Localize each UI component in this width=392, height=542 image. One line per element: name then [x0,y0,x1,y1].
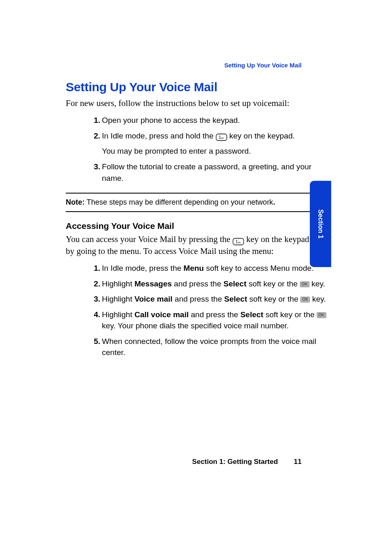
svg-text:∞: ∞ [221,136,224,140]
list-item: 1. Open your phone to access the keypad. [90,115,326,126]
step-text: soft key to access Menu mode. [204,264,314,272]
bold-select: Select [224,295,247,303]
intro2-text-a: You can access your Voice Mail by pressi… [66,234,233,244]
step-number: 3. [90,161,100,173]
section-side-tab: Section 1 [310,181,331,267]
list-item: 1. In Idle mode, press the Menu soft key… [90,263,326,274]
step-text: soft key or the [247,295,301,303]
step-subtext: You may be prompted to enter a password. [102,145,326,157]
step-number: 2. [90,278,100,290]
step-text: Highlight [102,279,134,288]
list-item: 5. When connected, follow the voice prom… [90,336,326,358]
manual-page: Setting Up Your Voice Mail Setting Up Yo… [0,0,392,542]
heading-accessing-voice-mail: Accessing Your Voice Mail [66,221,326,231]
heading-setting-up-voice-mail: Setting Up Your Voice Mail [66,80,326,94]
list-item: 4. Highlight Call voice mail and press t… [90,309,326,332]
ok-key-icon: OK [300,281,309,287]
one-key-icon: 1∞ [233,237,244,244]
bold-call-voice-mail: Call voice mail [134,310,189,319]
step-number: 5. [90,336,100,347]
steps-list-1: 1. Open your phone to access the keypad.… [66,115,326,184]
intro-paragraph-1: For new users, follow the instructions b… [66,97,326,109]
step-text: key on the keypad. [229,131,295,140]
step-text: soft key or the [263,310,317,319]
list-item: 3. Follow the tutorial to create a passw… [90,161,326,184]
list-item: 3. Highlight Voice mail and press the Se… [90,293,326,305]
step-text: key. [309,279,325,288]
svg-text:∞: ∞ [238,240,240,244]
running-header: Setting Up Your Voice Mail [224,62,302,69]
list-item: 2. Highlight Messages and press the Sele… [90,278,326,290]
step-text: and press the [189,310,240,319]
step-text: When connected, follow the voice prompts… [102,337,316,357]
step-text: and press the [172,279,224,288]
step-text: and press the [173,295,224,303]
step-text: In Idle mode, press and hold the [102,131,216,140]
step-text: key. Your phone dials the specified voic… [102,321,289,330]
bold-messages: Messages [134,279,172,288]
one-key-icon: 1∞ [216,133,227,140]
step-text: Follow the tutorial to create a password… [102,162,311,182]
step-text: Highlight [102,295,134,303]
note-text: These steps may be different depending o… [85,198,273,206]
step-number: 3. [90,293,100,305]
intro-paragraph-2: You can access your Voice Mail by pressi… [66,233,326,257]
steps-list-2: 1. In Idle mode, press the Menu soft key… [66,263,326,358]
page-footer: Section 1: Getting Started 11 [192,458,302,466]
step-text: Open your phone to access the keypad. [102,116,240,125]
footer-section-label: Section 1: Getting Started [192,458,278,466]
step-number: 1. [90,263,100,274]
bold-menu: Menu [184,264,204,272]
ok-key-icon: OK [300,297,310,302]
note-period: . [273,198,275,206]
bold-select: Select [240,310,263,319]
ok-key-icon: OK [317,312,326,318]
step-text: Highlight [102,310,134,319]
step-text: key. [310,295,326,303]
step-text: In Idle mode, press the [102,264,184,272]
note-block: Note: These steps may be different depen… [66,193,326,212]
step-number: 2. [90,130,100,142]
page-number: 11 [294,458,302,466]
side-tab-label: Section 1 [317,209,324,238]
bold-select: Select [224,279,247,288]
bold-voice-mail: Voice mail [134,295,173,303]
step-text: soft key or the [247,279,300,288]
step-number: 1. [90,115,100,126]
list-item: 2. In Idle mode, press and hold the 1∞ k… [90,130,326,157]
note-label: Note: [66,198,85,206]
step-number: 4. [90,309,100,321]
